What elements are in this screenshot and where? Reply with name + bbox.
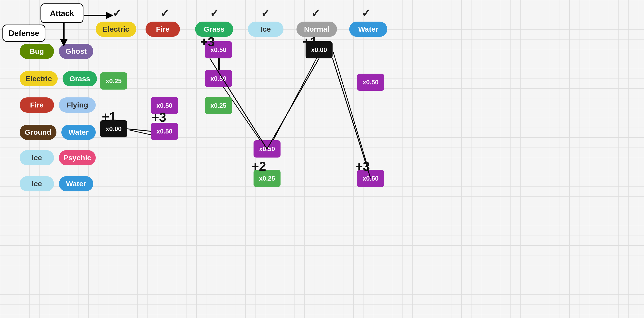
- check-water: ✓: [362, 7, 370, 20]
- row4-type1: Ground: [20, 125, 56, 140]
- plus-electric-row4: +1: [102, 109, 116, 124]
- svg-marker-6: [106, 12, 114, 19]
- mult-water-row2: x0.50: [357, 74, 384, 91]
- plus-grass-row1: +3: [200, 34, 215, 49]
- row5-type1: Ice: [20, 150, 54, 166]
- check-electric: ✓: [112, 7, 122, 20]
- main-canvas: Attack Defense Electric Fire Grass Ice N…: [0, 0, 644, 318]
- row6-type2: Water: [59, 176, 93, 192]
- row6-type1: Ice: [20, 176, 54, 192]
- row1-type1: Bug: [20, 44, 54, 59]
- row2-type2: Grass: [62, 71, 97, 86]
- mult-fire-row4: x0.50: [151, 123, 178, 140]
- plus-normal-row1: +1: [302, 34, 317, 49]
- defense-label: Defense: [2, 24, 46, 42]
- check-normal: ✓: [311, 7, 320, 20]
- header-water: Water: [349, 22, 387, 37]
- plus-water-row6: +3: [356, 159, 370, 174]
- plus-fire-row3: +3: [152, 110, 166, 125]
- mult-electric-row2: x0.25: [100, 72, 127, 90]
- row5-type2: Psychic: [59, 150, 96, 166]
- row3-type1: Fire: [20, 98, 54, 112]
- svg-marker-8: [60, 39, 68, 46]
- mult-grass-row2: x0.50: [205, 70, 232, 87]
- plus-ice-row6: +2: [252, 159, 266, 174]
- defense-arrow: [56, 22, 71, 46]
- check-ice: ✓: [261, 7, 270, 20]
- attack-label: Attack: [40, 4, 84, 23]
- row4-type2: Water: [61, 125, 96, 140]
- header-fire: Fire: [146, 22, 180, 37]
- check-grass: ✓: [210, 7, 219, 20]
- mult-ice-row5: x0.50: [254, 140, 280, 158]
- mult-grass-row3: x0.25: [205, 97, 232, 114]
- row2-type1: Electric: [20, 71, 58, 86]
- check-fire: ✓: [160, 7, 169, 20]
- row3-type2: Flying: [59, 98, 96, 112]
- header-electric: Electric: [96, 22, 136, 37]
- header-ice: Ice: [248, 22, 284, 37]
- attack-arrow: [84, 9, 114, 22]
